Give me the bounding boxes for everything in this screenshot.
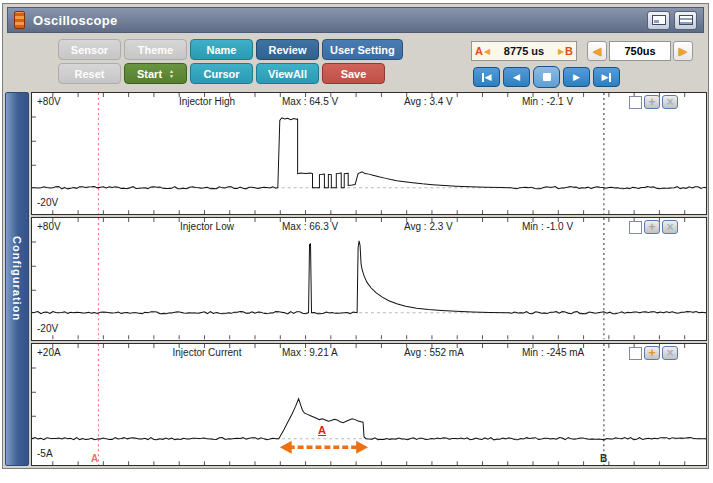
configuration-tab[interactable]: Configuration [5,92,29,466]
start-button[interactable]: Start▲▼ [124,63,187,84]
channel-checkbox[interactable] [629,96,642,109]
spinner-icon: ▲▼ [169,69,174,79]
vmax-label: +80V [37,96,61,107]
step-back-button[interactable]: ◀ [503,67,530,87]
stop-icon [543,73,551,81]
max-stat: Max : 64.5 V [282,96,338,107]
close-channel-button[interactable]: × [662,95,678,109]
cursor-a-label: A [475,45,483,57]
cursor-a-bottom-label[interactable]: A [91,453,98,464]
sensor-button[interactable]: Sensor [58,39,121,60]
window-title: Oscilloscope [33,13,643,28]
app-icon [14,11,25,29]
close-channel-button[interactable]: × [662,220,678,234]
cursor-button[interactable]: Cursor [190,63,253,84]
cursor-b-bottom-label[interactable]: B [600,453,607,464]
play-button[interactable]: ▶ [563,67,590,87]
user-setting-button[interactable]: User Setting [322,39,403,60]
ab-range-display[interactable]: A ◀ 8775 us ▶ B [471,41,577,61]
layout-icon [679,15,693,25]
avg-stat: Avg : 3.4 V [404,96,453,107]
restore-icon [652,15,666,25]
vmax-label: +80V [37,221,61,232]
window-restore-button[interactable] [647,11,670,30]
min-stat: Min : -245 mA [522,347,584,358]
vmin-label: -5A [37,448,53,459]
toolbar-row-1: Sensor Theme Name Review User Setting [58,39,403,60]
name-button[interactable]: Name [190,39,253,60]
toolbar-row-2: Reset Start▲▼ Cursor ViewAll Save [58,63,403,84]
channel-panel-injector-high[interactable]: +80V Injector High Max : 64.5 V Avg : 3.… [31,92,707,215]
vmax-label: +20A [37,347,61,358]
max-stat: Max : 9.21 A [282,347,338,358]
playback-controls: ◀ ◀ ▶ ▶ [473,66,620,88]
waveform-plot [32,93,706,214]
triangle-right-icon: ▶ [558,47,564,56]
channel-title: Injector High [142,96,272,107]
channel-controls: + × [629,95,678,109]
oscilloscope-window: Oscilloscope Sensor Theme Name Review Us… [2,3,709,469]
channel-checkbox[interactable] [629,347,642,360]
skip-to-start-button[interactable]: ◀ [473,67,500,87]
avg-stat: Avg : 2.3 V [404,221,453,232]
toolbar-buttons: Sensor Theme Name Review User Setting Re… [58,39,403,84]
stop-button[interactable] [533,66,560,88]
channel-title: Injector Current [142,347,272,358]
channel-panel-injector-current[interactable]: +20A Injector Current Max : 9.21 A Avg :… [31,343,707,466]
min-stat: Min : -2.1 V [522,96,573,107]
channel-panel-injector-low[interactable]: +80V Injector Low Max : 66.3 V Avg : 2.3… [31,217,707,340]
window-layout-button[interactable] [674,11,697,30]
cursor-b-label: B [565,45,573,57]
viewall-button[interactable]: ViewAll [256,63,319,84]
theme-button[interactable]: Theme [124,39,187,60]
max-stat: Max : 66.3 V [282,221,338,232]
channel-controls: + × [629,220,678,234]
zoom-in-button[interactable]: + [644,346,660,360]
channel-panels: +80V Injector High Max : 64.5 V Avg : 3.… [31,92,707,466]
vmin-label: -20V [37,323,58,334]
measurement-a-label: A [318,424,326,436]
timebase-decrease-button[interactable]: ◀ [587,41,607,61]
timebase-increase-button[interactable]: ▶ [673,41,693,61]
channel-title: Injector Low [142,221,272,232]
ab-range-value: 8775 us [491,45,557,57]
toolbar: Sensor Theme Name Review User Setting Re… [3,35,708,92]
avg-stat: Avg : 552 mA [404,347,464,358]
reset-button[interactable]: Reset [58,63,121,84]
min-stat: Min : -1.0 V [522,221,573,232]
skip-to-end-button[interactable]: ▶ [593,67,620,87]
vmin-label: -20V [37,197,58,208]
bar-icon [609,73,611,82]
close-channel-button[interactable]: × [662,346,678,360]
zoom-in-button[interactable]: + [644,220,660,234]
main-area: Configuration +80V Injector High Max : 6… [5,92,707,466]
channel-controls: + × [629,346,678,360]
channel-checkbox[interactable] [629,221,642,234]
titlebar[interactable]: Oscilloscope [7,7,704,33]
bar-icon [482,73,484,82]
waveform-plot [32,344,706,465]
timebase-value[interactable]: 750us [609,41,671,61]
triangle-left-icon: ◀ [484,47,490,56]
save-button[interactable]: Save [322,63,385,84]
waveform-plot [32,218,706,339]
review-button[interactable]: Review [256,39,319,60]
zoom-in-button[interactable]: + [644,95,660,109]
